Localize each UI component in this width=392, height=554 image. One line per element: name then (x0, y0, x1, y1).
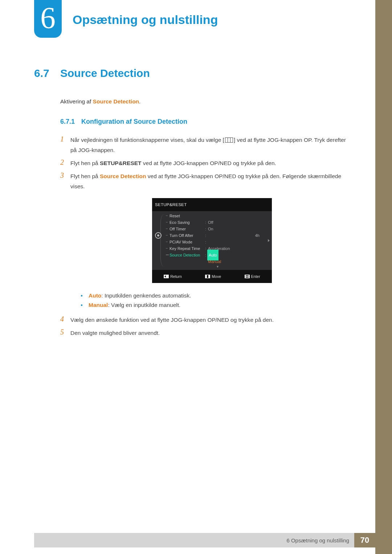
step-text: ved at flytte JOG-knappen OP/NED og tryk… (142, 160, 276, 166)
step-text: Flyt hen på (70, 160, 100, 166)
return-icon (164, 275, 169, 278)
option-bullets: ● Auto: Inputkilden genkendes automatisk… (81, 291, 354, 310)
step-3: 3 Flyt hen på Source Detection ved at fl… (60, 171, 354, 312)
page-number: 70 (354, 533, 375, 547)
step-number: 2 (60, 158, 70, 166)
subsection-title: Konfiguration af Source Detection (81, 118, 187, 126)
osd-body: Reset Eco Saving:Off Off Timer:On Turn O… (152, 211, 272, 270)
step-text: Flyt hen på (70, 173, 100, 179)
step-body: Vælg den ønskede funktion ved at flytte … (70, 315, 354, 325)
step-body: Når vejledningen til funktionsknapperne … (70, 135, 354, 155)
side-accent-bar (375, 0, 392, 554)
osd-enter-hint: Enter (245, 271, 260, 282)
steps-list: 1 Når vejledningen til funktionsknappern… (60, 135, 354, 338)
page-footer: 6 Opsætning og nulstilling 70 (34, 533, 375, 547)
step-body: Den valgte mulighed bliver anvendt. (70, 328, 354, 338)
bullet-term: Auto (89, 292, 101, 299)
step-number: 4 (60, 315, 70, 323)
section-heading: 6.7 Source Detection (34, 67, 354, 79)
subsection-number: 6.7.1 (60, 118, 81, 126)
intro-term: Source Detection (93, 98, 139, 104)
osd-screenshot: SETUP&RESET Reset Eco Saving:Off Off Tim… (152, 198, 272, 283)
gear-icon (155, 232, 162, 239)
enter-icon (245, 275, 250, 278)
osd-return-hint: Return (164, 271, 182, 282)
bullet-auto: ● Auto: Inputkilden genkendes automatisk… (81, 291, 354, 300)
intro-suffix: . (139, 98, 140, 104)
osd-footer-label: Move (212, 271, 221, 282)
bullet-text: : Inputkilden genkendes automatisk. (101, 292, 191, 299)
intro-line: Aktivering af Source Detection. (60, 98, 354, 105)
step-term: SETUP&RESET (100, 160, 142, 166)
step-5: 5 Den valgte mulighed bliver anvendt. (60, 328, 354, 338)
section-number: 6.7 (34, 67, 60, 79)
step-2: 2 Flyt hen på SETUP&RESET ved at flytte … (60, 158, 354, 168)
osd-value-option: Manual (207, 257, 270, 267)
osd-footer: Return Move Enter (152, 270, 272, 283)
bullet-text: : Vælg en inputkilde manuelt. (108, 302, 180, 308)
page-content: 6.7 Source Detection Aktivering af Sourc… (34, 67, 354, 341)
osd-row-manual: Manual (165, 258, 270, 265)
bullet-term: Manual (89, 302, 108, 308)
chapter-title: Opsætning og nulstilling (73, 13, 218, 27)
osd-footer-label: Return (170, 271, 182, 282)
osd-title: SETUP&RESET (152, 198, 272, 211)
menu-icon (225, 138, 233, 143)
move-icon (205, 275, 210, 278)
osd-footer-label: Enter (251, 271, 260, 282)
section-title: Source Detection (60, 67, 150, 79)
bullet-dot-icon: ● (81, 291, 89, 300)
chapter-badge: 6 (34, 0, 62, 38)
step-number: 5 (60, 328, 70, 336)
step-number: 3 (60, 171, 70, 179)
footer-chapter-label: 6 Opsætning og nulstilling (34, 533, 354, 547)
step-term: Source Detection (100, 173, 146, 179)
bullet-manual: ● Manual: Vælg en inputkilde manuelt. (81, 300, 354, 310)
intro-prefix: Aktivering af (60, 98, 93, 104)
step-text: Når vejledningen til funktionsknapperne … (70, 137, 224, 143)
bullet-dot-icon: ● (81, 300, 89, 310)
subsection-heading: 6.7.1 Konfiguration af Source Detection (60, 118, 354, 126)
step-number: 1 (60, 135, 70, 143)
step-4: 4 Vælg den ønskede funktion ved at flytt… (60, 315, 354, 325)
step-body: Flyt hen på SETUP&RESET ved at flytte JO… (70, 158, 354, 168)
osd-move-hint: Move (205, 271, 221, 282)
step-1: 1 Når vejledningen til funktionsknappern… (60, 135, 354, 155)
chapter-number: 6 (40, 1, 56, 35)
step-body: Flyt hen på Source Detection ved at flyt… (70, 171, 354, 312)
osd-arc-decoration (160, 214, 164, 267)
